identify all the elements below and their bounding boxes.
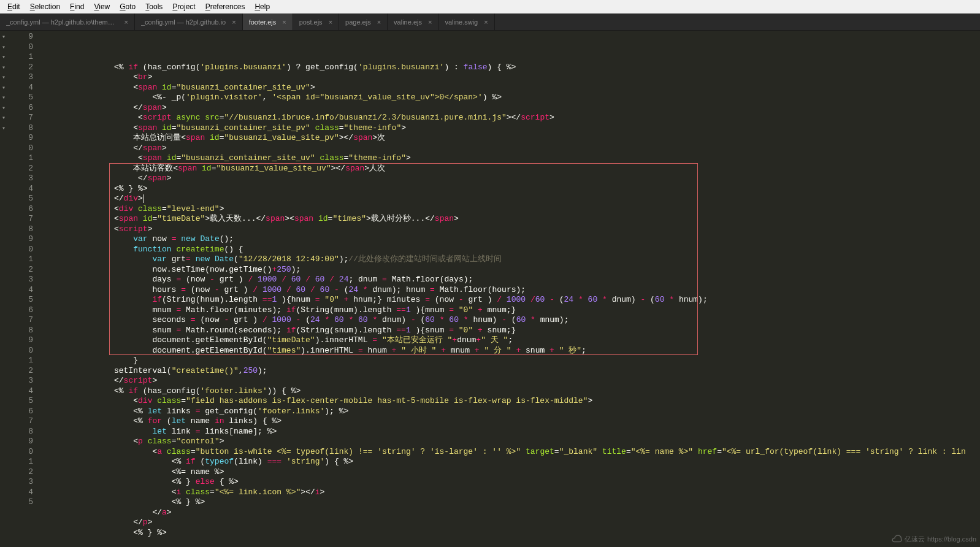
line-number[interactable]: 4 [9, 184, 33, 194]
close-icon[interactable]: × [329, 18, 332, 26]
code-line[interactable]: <%- _p('plugin.visitor', '<span id="busu… [40, 93, 980, 103]
line-number[interactable]: 5 [9, 497, 33, 508]
line-number[interactable]: 6 [9, 204, 33, 215]
fold-marker-icon[interactable]: ▾ [0, 72, 7, 83]
tab-6[interactable]: valine.swig× [438, 13, 494, 30]
code-line[interactable]: </a> [40, 508, 980, 518]
close-icon[interactable]: × [232, 18, 235, 26]
line-number[interactable]: 3 [9, 174, 33, 184]
line-number[interactable]: 5 [9, 93, 33, 103]
fold-marker-icon[interactable]: ▾ [0, 103, 7, 113]
menu-view[interactable]: View [89, 1, 115, 12]
code-line[interactable]: mnum = Math.floor(minutes); if(String(mn… [40, 305, 980, 316]
line-number[interactable]: 9 [9, 32, 33, 42]
tab-3[interactable]: post.ejs× [293, 13, 339, 30]
line-number[interactable]: 1 [9, 153, 33, 164]
code-line[interactable]: <span id="busuanzi_container_site_uv"> [40, 83, 980, 93]
line-number[interactable]: 8 [9, 326, 33, 336]
line-number[interactable]: 4 [9, 386, 33, 397]
line-number[interactable]: 1 [9, 356, 33, 366]
tab-4[interactable]: page.ejs× [339, 13, 388, 30]
line-number[interactable]: 9 [9, 437, 33, 447]
line-number[interactable]: 3 [9, 72, 33, 83]
line-number[interactable]: 5 [9, 194, 33, 204]
line-number[interactable]: 2 [9, 265, 33, 275]
code-line[interactable]: 本站访客数<span id="busuanzi_value_site_uv"><… [40, 164, 980, 174]
code-line[interactable]: </span> [40, 174, 980, 184]
code-content[interactable]: <% if (has_config('plugins.busuanzi') ? … [37, 31, 980, 547]
line-number[interactable]: 5 [9, 295, 33, 305]
line-number[interactable]: 1 [9, 457, 33, 467]
line-number[interactable]: 9 [9, 234, 33, 245]
fold-marker-icon[interactable]: ▾ [0, 52, 7, 63]
code-line[interactable]: </span> [40, 103, 980, 113]
code-line[interactable]: document.getElementById("times").innerHT… [40, 346, 980, 356]
code-line[interactable]: <%= name %> [40, 467, 980, 478]
line-number[interactable]: 8 [9, 224, 33, 235]
code-line[interactable]: <span id="busuanzi_container_site_pv" cl… [40, 123, 980, 134]
code-line[interactable]: hours = (now - grt ) / 1000 / 60 / 60 - … [40, 285, 980, 296]
code-line[interactable]: days = (now - grt ) / 1000 / 60 / 60 / 2… [40, 275, 980, 285]
line-number[interactable]: 1 [9, 254, 33, 265]
close-icon[interactable]: × [282, 18, 286, 26]
line-number[interactable]: 6 [9, 305, 33, 316]
code-line[interactable]: <% if (has_config('footer.links')) { %> [40, 386, 980, 397]
line-number[interactable]: 7 [9, 113, 33, 123]
code-line[interactable]: snum = Math.round(seconds); if(String(sn… [40, 326, 980, 336]
line-number[interactable]: 2 [9, 366, 33, 377]
code-line[interactable]: <p class="control"> [40, 437, 980, 447]
code-line[interactable]: <% let links = get_config('footer.links'… [40, 407, 980, 417]
code-line[interactable]: let link = links[name]; %> [40, 427, 980, 437]
code-line[interactable]: <a class="button is-white <%= typeof(lin… [40, 447, 980, 457]
code-line[interactable]: <span id="timeDate">载入天数...</span><span … [40, 214, 980, 224]
code-line[interactable]: <% if (has_config('plugins.busuanzi') ? … [40, 63, 980, 73]
line-number[interactable]: 0 [9, 42, 33, 53]
code-line[interactable]: seconds = (now - grt ) / 1000 - (24 * 60… [40, 315, 980, 326]
line-number[interactable]: 5 [9, 396, 33, 407]
fold-marker-icon[interactable]: ▾ [0, 93, 7, 103]
code-line[interactable]: <i class="<%= link.icon %>"></i> [40, 488, 980, 498]
fold-marker-icon[interactable]: ▾ [0, 63, 7, 73]
line-number[interactable]: 8 [9, 427, 33, 437]
menu-tools[interactable]: Tools [140, 1, 167, 12]
line-number[interactable]: 0 [9, 447, 33, 457]
code-line[interactable]: function createtime() { [40, 245, 980, 255]
line-number[interactable]: 8 [9, 123, 33, 134]
code-line[interactable]: <% if (typeof(link) === 'string') { %> [40, 457, 980, 467]
code-line[interactable]: <span id="busuanzi_container_site_uv" cl… [40, 153, 980, 164]
fold-marker-icon[interactable]: ▾ [0, 123, 7, 134]
line-number[interactable]: 3 [9, 275, 33, 285]
line-number[interactable]: 2 [9, 63, 33, 73]
code-line[interactable]: </p> [40, 518, 980, 528]
line-number[interactable]: 0 [9, 143, 33, 154]
line-number[interactable]: 4 [9, 83, 33, 93]
code-line[interactable]: 本站总访问量<span id="busuanzi_value_site_pv">… [40, 133, 980, 143]
code-line[interactable]: <br> [40, 72, 980, 83]
code-line[interactable]: <div class="level-end"> [40, 204, 980, 215]
code-line[interactable]: </span> [40, 143, 980, 154]
line-number[interactable]: 9 [9, 335, 33, 346]
code-line[interactable]: <% } else { %> [40, 477, 980, 488]
tab-0[interactable]: _config.yml — h2pl.github.io\themes\icar… [0, 13, 135, 30]
line-number[interactable]: 6 [9, 103, 33, 113]
code-line[interactable]: </script> [40, 376, 980, 386]
code-line[interactable]: var now = new Date(); [40, 234, 980, 245]
code-line[interactable]: now.setTime(now.getTime()+250); [40, 265, 980, 275]
fold-marker-icon[interactable]: ▾ [0, 83, 7, 93]
close-icon[interactable]: × [428, 18, 432, 26]
line-number[interactable]: 0 [9, 346, 33, 356]
code-line[interactable]: <% } %> [40, 184, 980, 194]
line-number-gutter[interactable]: 9012345678901234567890123456789012345678… [7, 31, 37, 547]
editor-area[interactable]: ▾▾▾▾▾▾▾▾▾▾ 90123456789012345678901234567… [0, 31, 980, 547]
code-line[interactable]: <script async src="//busuanzi.ibruce.inf… [40, 113, 980, 123]
code-line[interactable]: if(String(hnum).length ==1 ){hnum = "0" … [40, 295, 980, 305]
close-icon[interactable]: × [484, 18, 488, 26]
menu-find[interactable]: Find [65, 1, 89, 12]
close-icon[interactable]: × [377, 18, 381, 26]
code-line[interactable]: document.getElementById("timeDate").inne… [40, 335, 980, 346]
code-line[interactable]: <% } %> [40, 497, 980, 508]
line-number[interactable]: 6 [9, 407, 33, 417]
menu-edit[interactable]: Edit [2, 1, 25, 12]
fold-marker-icon[interactable]: ▾ [0, 32, 7, 42]
code-line[interactable]: var grt= new Date("12/28/2018 12:49:00")… [40, 254, 980, 265]
